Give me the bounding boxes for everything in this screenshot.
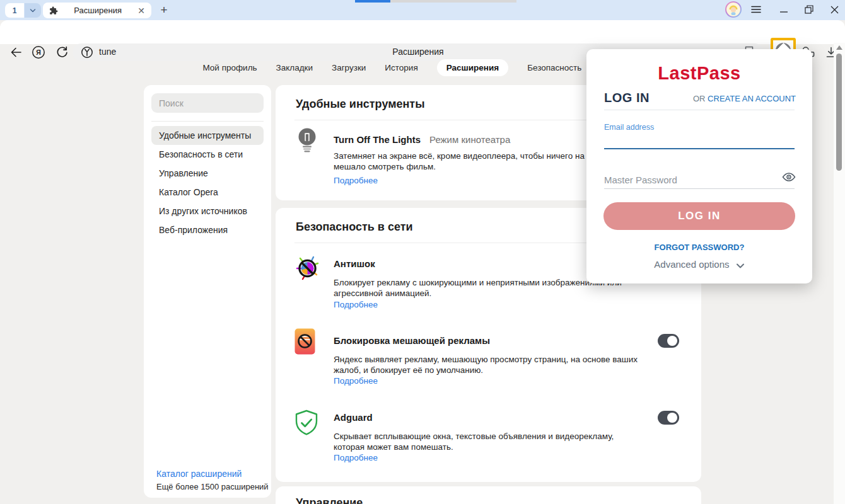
- window-close-button[interactable]: [824, 0, 845, 19]
- tab-close-icon[interactable]: ✕: [137, 6, 145, 15]
- minimize-icon: [780, 6, 788, 13]
- advanced-options-label: Advanced options: [654, 259, 729, 270]
- yandex-icon: Я: [32, 45, 45, 59]
- email-field[interactable]: [604, 132, 795, 147]
- tab-counter[interactable]: 1: [5, 3, 24, 18]
- extension-name: Блокировка мешающей рекламы: [334, 335, 490, 346]
- sidebar-item-management[interactable]: Управление: [151, 164, 264, 183]
- extension-title-text: Turn Off The Lights: [334, 134, 421, 145]
- puzzle-icon: [49, 6, 58, 15]
- lightbulb-icon: [294, 127, 320, 158]
- or-text: OR: [693, 94, 708, 103]
- lastpass-popup: LastPass LOG IN OR CREATE AN ACCOUNT Ema…: [586, 49, 812, 284]
- window-restore-button[interactable]: [798, 0, 820, 19]
- browser-window: 1 Расширения ✕ +: [0, 0, 845, 504]
- refresh-button[interactable]: [54, 45, 69, 60]
- create-account-link[interactable]: CREATE AN ACCOUNT: [708, 94, 796, 103]
- section-title: Удобные инструменты: [296, 98, 425, 111]
- sidebar-item-security[interactable]: Безопасность в сети: [151, 145, 264, 164]
- shield-check-icon: [294, 410, 319, 440]
- tab-title: Расширения: [58, 6, 137, 15]
- window-minimize-button[interactable]: [773, 0, 795, 19]
- refresh-icon: [55, 45, 69, 59]
- search-input[interactable]: [151, 93, 264, 113]
- tab-bar: 1 Расширения ✕ +: [0, 0, 845, 20]
- extension-description: Яндекс выявляет рекламу, мешающую просмо…: [334, 354, 646, 375]
- eye-icon: [782, 172, 796, 182]
- create-account-row: OR CREATE AN ACCOUNT: [693, 94, 796, 103]
- sidebar-item-other-sources[interactable]: Из других источников: [151, 202, 264, 220]
- section-title: Безопасность в сети: [296, 220, 413, 234]
- tab-downloads[interactable]: Загрузки: [332, 59, 366, 76]
- tab-loading-indicator-blue: [355, 0, 390, 3]
- avatar-icon: [725, 1, 742, 18]
- svg-text:Я: Я: [36, 49, 41, 56]
- sidebar-item-opera-catalog[interactable]: Каталог Opera: [151, 183, 264, 202]
- show-password-button[interactable]: [782, 172, 796, 185]
- email-underline: [604, 148, 795, 149]
- browser-toolbar: Я tune Расширения ···: [0, 20, 845, 44]
- login-heading: LOG IN: [604, 91, 650, 105]
- chevron-down-icon: [28, 6, 37, 15]
- tab-list-chevron-button[interactable]: [25, 3, 41, 18]
- sidebar-category-list: Удобные инструменты Безопасность в сети …: [151, 126, 264, 239]
- lastpass-logo: LastPass: [586, 63, 812, 84]
- extensions-catalog-note: Ещё более 1500 расширений: [156, 482, 269, 491]
- divider: [151, 121, 264, 122]
- browser-tab[interactable]: Расширения ✕: [43, 3, 151, 18]
- advanced-options-toggle[interactable]: Advanced options: [586, 259, 812, 270]
- extension-description: Скрывает всплывающие окна, текстовые объ…: [334, 431, 643, 452]
- extension-name: Adguard: [334, 412, 373, 423]
- tab-bookmarks[interactable]: Закладки: [276, 59, 313, 76]
- extensions-sidebar: Удобные инструменты Безопасность в сети …: [144, 85, 271, 498]
- tab-extensions[interactable]: Расширения: [437, 59, 508, 76]
- tab-my-profile[interactable]: Мой профиль: [202, 59, 257, 76]
- more-details-link[interactable]: Подробнее: [334, 376, 378, 386]
- master-password-field[interactable]: [604, 173, 774, 186]
- yandex-home-button[interactable]: Я: [31, 45, 46, 60]
- password-underline: [604, 188, 795, 189]
- sidebar-item-web-apps[interactable]: Веб-приложения: [151, 220, 264, 239]
- blocked-bug-icon: [294, 254, 322, 285]
- section-management-card: Управление: [276, 486, 701, 504]
- restore-icon: [805, 5, 813, 14]
- no-ads-icon: [294, 328, 317, 358]
- forgot-password-link[interactable]: FORGOT PASSWORD?: [586, 243, 812, 252]
- back-arrow-icon: [9, 45, 23, 59]
- back-button[interactable]: [8, 45, 23, 60]
- scrollbar-thumb[interactable]: [836, 54, 842, 171]
- tab-history[interactable]: История: [385, 59, 417, 76]
- page-scrollbar[interactable]: [834, 43, 845, 504]
- sidebar-footer: Каталог расширений Ещё более 1500 расшир…: [156, 469, 269, 491]
- browser-menu-button[interactable]: [745, 0, 767, 19]
- tab-security[interactable]: Безопасность: [527, 59, 581, 76]
- new-tab-button[interactable]: +: [155, 1, 173, 19]
- more-details-link[interactable]: Подробнее: [334, 453, 378, 462]
- adblock-toggle[interactable]: [658, 334, 679, 348]
- profile-avatar[interactable]: [723, 0, 744, 19]
- more-details-link[interactable]: Подробнее: [334, 300, 378, 309]
- chevron-down-icon: [736, 263, 745, 269]
- extension-subtitle: Режим кинотеатра: [429, 134, 510, 145]
- sidebar-item-tools[interactable]: Удобные инструменты: [151, 126, 264, 145]
- scroll-up-arrow-icon[interactable]: [836, 45, 842, 50]
- more-details-link[interactable]: Подробнее: [334, 176, 378, 185]
- login-button[interactable]: LOG IN: [603, 202, 795, 230]
- close-icon: [830, 6, 839, 14]
- tab-loading-indicator-gray: [390, 0, 516, 3]
- extension-name: Turn Off The LightsРежим кинотеатра: [334, 134, 510, 145]
- toggle-knob: [667, 336, 677, 346]
- adguard-toggle[interactable]: [658, 411, 679, 425]
- email-label: Email address: [604, 123, 654, 132]
- extensions-catalog-link[interactable]: Каталог расширений: [156, 469, 269, 479]
- divider: [604, 110, 795, 110]
- toggle-knob: [667, 413, 677, 423]
- section-title: Управление: [296, 496, 363, 504]
- extension-name: Антишок: [334, 258, 375, 269]
- hamburger-icon: [751, 6, 761, 13]
